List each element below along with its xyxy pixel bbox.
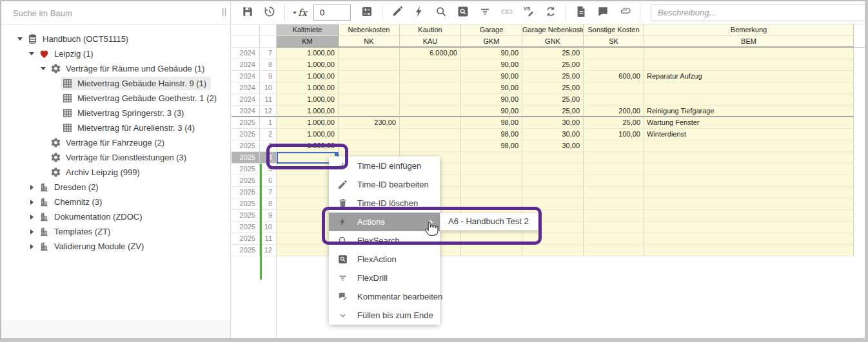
tree-item-vertr-ge-f-r-r-ume-und-geb-ude-1[interactable]: Verträge für Räume und Gebäude (1)	[1, 61, 230, 76]
chevron-expanded-icon[interactable]	[26, 52, 37, 55]
row-header-year[interactable]: 2024	[232, 71, 260, 82]
tree-item-handbuch-oct51115[interactable]: Handbuch (OCT51115)	[1, 32, 230, 46]
grid-cell[interactable]	[644, 222, 854, 233]
menu-item-kommentar-bearbeiten[interactable]: Kommentar bearbeiten	[329, 287, 440, 306]
grid-cell[interactable]	[584, 164, 644, 175]
chevron-collapsed-icon[interactable]	[26, 214, 37, 220]
grid-cell[interactable]	[584, 175, 644, 187]
grid-cell[interactable]	[584, 187, 644, 198]
menu-item-flexdrill[interactable]: FlexDrill	[329, 269, 440, 287]
flex-drill-button[interactable]	[474, 3, 496, 23]
grid-cell[interactable]: 25,00	[584, 117, 644, 129]
grid-cell[interactable]: 90,00	[461, 71, 522, 82]
grid-cell[interactable]	[644, 48, 854, 59]
grid-cell[interactable]	[644, 82, 854, 94]
grid-cell[interactable]	[522, 164, 584, 175]
grid-cell[interactable]	[522, 187, 584, 198]
row-header-month[interactable]: 7	[260, 48, 277, 59]
row-header-month[interactable]: 2	[260, 129, 277, 140]
grid-cell[interactable]	[339, 59, 400, 71]
grid-cell[interactable]: Winterdienst	[644, 129, 854, 140]
grid-cell[interactable]: 230,00	[339, 117, 400, 129]
column-header-bem[interactable]: Bemerkung	[644, 24, 854, 36]
grid-cell[interactable]	[644, 94, 854, 106]
tree-item-mietvertrag-f-r-aurelienstr-3-4[interactable]: Mietvertrag für Aurelienstr. 3 (4)	[1, 120, 230, 135]
column-header-km[interactable]: KM	[277, 36, 339, 48]
link-button[interactable]	[496, 3, 518, 23]
vs-edit-button[interactable]: VS	[518, 3, 540, 23]
grid-cell[interactable]	[339, 82, 400, 94]
comment-button[interactable]	[592, 3, 614, 23]
grid-cell[interactable]	[400, 129, 461, 140]
row-header-year[interactable]: 2024	[232, 106, 260, 117]
menu-item-time-id-einf-gen[interactable]: Time-ID einfügen	[329, 157, 440, 175]
row-header-month[interactable]: 8	[260, 59, 277, 71]
grid-cell[interactable]	[584, 245, 644, 256]
grid-cell[interactable]: 25,00	[522, 59, 584, 71]
grid-cell[interactable]: 98,00	[461, 129, 522, 140]
column-header-gnk[interactable]: GNK	[522, 36, 584, 48]
row-header-year[interactable]: 2025	[232, 175, 260, 187]
grid-cell[interactable]: 6.000,00	[400, 48, 461, 59]
grid-cell[interactable]: 1.000,00	[277, 48, 339, 59]
actions-button[interactable]	[408, 3, 430, 23]
column-header-bem[interactable]: BEM	[644, 36, 854, 48]
history-button[interactable]	[259, 3, 281, 23]
column-header-gnk[interactable]: Garage Nebenkosten	[522, 24, 584, 36]
grid-cell[interactable]	[400, 106, 461, 117]
attachment-button[interactable]	[614, 3, 636, 23]
chevron-expanded-icon[interactable]	[37, 67, 49, 70]
grid-cell[interactable]	[584, 94, 644, 106]
grid-cell[interactable]: Wartung Fenster	[644, 117, 854, 129]
grid-cell[interactable]	[400, 117, 461, 129]
row-header-year[interactable]: 2025	[232, 233, 260, 245]
tree-item-vertr-ge-f-r-dienstleistungen-3[interactable]: Verträge für Dienstleistungen (3)	[1, 150, 230, 165]
grid-cell[interactable]	[339, 71, 400, 82]
column-header-nk[interactable]: Nebenkosten	[339, 24, 400, 36]
grid-cell[interactable]: 30,00	[522, 129, 584, 140]
grid-cell[interactable]	[584, 140, 644, 152]
tree-item-mietvertrag-geb-ude-goethestr-1-2[interactable]: Mietvertrag Gebäude Goethestr. 1 (2)	[1, 91, 230, 106]
flex-action-button[interactable]	[452, 3, 474, 23]
grid-cell[interactable]	[461, 198, 522, 210]
grid-cell[interactable]	[644, 245, 854, 256]
menu-item-f-llen-bis-zum-ende[interactable]: Füllen bis zum Ende	[329, 306, 440, 325]
grid-cell[interactable]: 90,00	[461, 82, 522, 94]
menu-item-flexsearch[interactable]: FlexSearch	[329, 231, 440, 250]
grid-cell[interactable]	[461, 152, 522, 164]
calculator-button[interactable]	[356, 3, 378, 23]
grid-cell[interactable]: 25,00	[522, 82, 584, 94]
grid-cell[interactable]	[584, 210, 644, 222]
grid-cell[interactable]: 1.000,00	[277, 140, 339, 152]
refresh-button[interactable]	[540, 3, 562, 23]
grid-cell[interactable]: 1.000,00	[277, 129, 339, 140]
row-header-year[interactable]: 2025	[232, 187, 260, 198]
row-header-month[interactable]: 3	[260, 140, 277, 152]
column-header-sk[interactable]: SK	[584, 36, 644, 48]
grid-cell[interactable]	[584, 48, 644, 59]
grid-cell[interactable]	[644, 210, 854, 222]
grid-cell[interactable]: 25,00	[522, 106, 584, 117]
row-header-month[interactable]: 12	[260, 245, 277, 256]
edit-pen-button[interactable]	[386, 3, 408, 23]
flex-search-button[interactable]	[430, 3, 452, 23]
grid-cell[interactable]: 1.000,00	[277, 94, 339, 106]
grid-cell[interactable]: 1.000,00	[277, 71, 339, 82]
grid-cell[interactable]: 25,00	[522, 71, 584, 82]
chevron-collapsed-icon[interactable]	[26, 244, 37, 249]
grid-cell[interactable]	[400, 82, 461, 94]
row-header-year[interactable]: 2024	[232, 94, 260, 106]
row-header-month[interactable]: 4	[260, 152, 277, 164]
column-header-kau[interactable]: KAU	[400, 36, 461, 48]
tree-item-archiv-leipzig-999[interactable]: Archiv Leipzig (999)	[1, 165, 230, 180]
chevron-collapsed-icon[interactable]	[26, 200, 37, 205]
grid-cell[interactable]: 1.000,00	[277, 117, 339, 129]
row-header-year[interactable]: 2025	[232, 210, 260, 222]
column-header-kau[interactable]: Kaution	[400, 24, 461, 36]
grid-cell[interactable]	[522, 198, 584, 210]
grid-cell[interactable]	[584, 59, 644, 71]
row-header-month[interactable]: 9	[260, 210, 277, 222]
grid-cell[interactable]	[400, 59, 461, 71]
chevron-collapsed-icon[interactable]	[26, 229, 37, 234]
formula-fx-dropdown[interactable]: fx	[289, 3, 311, 23]
